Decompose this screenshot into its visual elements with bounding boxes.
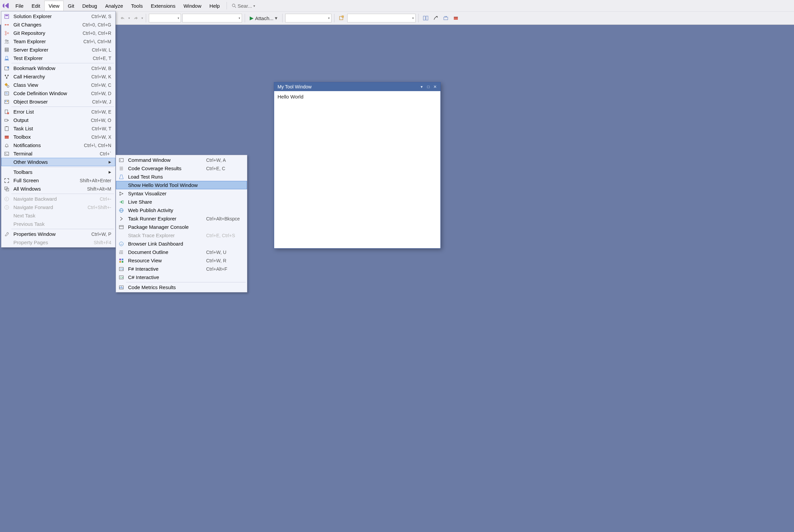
menu-item-full-screen[interactable]: Full ScreenShift+Alt+Enter (1, 176, 115, 185)
menu-item-code-metrics[interactable]: Code Metrics Results (116, 283, 247, 291)
target-combo[interactable]: ▾ (285, 14, 331, 22)
menu-item-class-view[interactable]: Class ViewCtrl+W, C (1, 81, 115, 89)
menu-item-document-outline[interactable]: Document OutlineCtrl+W, U (116, 248, 247, 256)
menu-item-bookmark-window[interactable]: Bookmark WindowCtrl+W, B (1, 64, 115, 72)
menu-item-command-window[interactable]: Command WindowCtrl+W, A (116, 156, 247, 164)
syntax-icon (117, 190, 125, 197)
svg-rect-70 (122, 259, 123, 260)
metrics-icon (117, 284, 125, 291)
menu-item-task-list[interactable]: Task ListCtrl+W, T (1, 124, 115, 133)
menu-debug[interactable]: Debug (78, 1, 101, 11)
svg-point-26 (5, 75, 6, 76)
menu-item-toolbox[interactable]: ToolboxCtrl+W, X (1, 133, 115, 141)
menu-item-server-explorer[interactable]: Server ExplorerCtrl+W, L (1, 45, 115, 54)
search-icon (232, 3, 236, 8)
tool-window: My Tool Window ▾ □ ✕ Hello World (274, 82, 441, 249)
tool-window-titlebar[interactable]: My Tool Window ▾ □ ✕ (274, 82, 440, 91)
new-item-button[interactable] (337, 14, 346, 22)
chevron-down-icon[interactable]: ▾ (128, 16, 130, 20)
redo-button[interactable] (131, 14, 140, 22)
close-button[interactable]: ✕ (432, 83, 438, 90)
menu-item-all-windows[interactable]: All WindowsShift+Alt+M (1, 185, 115, 193)
svg-rect-36 (7, 101, 8, 102)
menu-item-fsharp-interactive[interactable]: F#F# InteractiveCtrl+Alt+F (116, 265, 247, 273)
menu-item-live-share[interactable]: Live Share (116, 198, 247, 206)
git-repo-icon (3, 30, 11, 37)
svg-rect-22 (5, 49, 8, 50)
svg-point-38 (7, 112, 9, 114)
undo-button[interactable] (118, 14, 127, 22)
chevron-down-icon[interactable]: ▾ (142, 16, 143, 20)
search-placeholder: Sear... (238, 3, 252, 9)
menu-edit[interactable]: Edit (27, 1, 44, 11)
svg-point-28 (6, 77, 7, 79)
scope-combo[interactable]: ▾ (347, 14, 416, 22)
chevron-down-icon: ▾ (275, 15, 278, 21)
layout-button[interactable] (421, 14, 430, 22)
outline-icon (117, 249, 125, 255)
svg-rect-7 (445, 16, 445, 17)
svg-point-49 (5, 205, 9, 209)
menu-item-git-changes[interactable]: Git ChangesCtrl+0, Ctrl+G (1, 20, 115, 29)
menu-item-solution-explorer[interactable]: Solution ExplorerCtrl+W, S (1, 12, 115, 20)
chevron-down-icon: ▾ (253, 4, 255, 8)
menu-window[interactable]: Window (179, 1, 205, 11)
package-icon (117, 224, 125, 230)
menu-item-code-definition[interactable]: Code Definition WindowCtrl+W, D (1, 89, 115, 97)
menu-item-browser-link[interactable]: Browser Link Dashboard (116, 240, 247, 248)
output-icon (3, 117, 11, 124)
menu-item-object-browser[interactable]: Object BrowserCtrl+W, J (1, 97, 115, 106)
menu-item-toolbars[interactable]: Toolbars▶ (1, 168, 115, 176)
svg-rect-39 (5, 119, 7, 121)
menu-item-load-test-runs[interactable]: Load Test Runs (116, 173, 247, 181)
menu-help[interactable]: Help (205, 1, 224, 11)
search-box[interactable]: Sear... ▾ (229, 3, 257, 9)
error-list-icon (3, 109, 11, 115)
platform-combo[interactable]: ▾ (182, 14, 242, 22)
menu-git[interactable]: Git (64, 1, 78, 11)
svg-point-68 (119, 253, 120, 254)
menu-file[interactable]: File (12, 1, 27, 11)
menu-item-output[interactable]: OutputCtrl+W, O (1, 116, 115, 124)
chevron-right-icon (117, 215, 125, 222)
menu-item-code-coverage[interactable]: Code Coverage ResultsCtrl+E, C (116, 164, 247, 173)
menu-item-git-repository[interactable]: Git RepositoryCtrl+0, Ctrl+R (1, 29, 115, 37)
menu-item-syntax-visualizer[interactable]: Syntax Visualizer (116, 189, 247, 198)
svg-rect-50 (119, 158, 123, 162)
menu-item-other-windows[interactable]: Other Windows▶ (1, 158, 115, 166)
menu-item-terminal[interactable]: TerminalCtrl+` (1, 149, 115, 158)
configuration-combo[interactable]: ▾ (149, 14, 181, 22)
attach-button[interactable]: ▶ Attach... ▾ (248, 15, 279, 21)
svg-line-1 (235, 6, 236, 8)
menu-item-task-runner[interactable]: Task Runner ExplorerCtrl+Alt+Bkspce (116, 214, 247, 223)
svg-point-16 (5, 31, 6, 33)
extensions-button[interactable] (441, 14, 450, 22)
dropdown-button[interactable]: ▾ (418, 83, 425, 90)
team-icon (3, 38, 11, 45)
menu-analyze[interactable]: Analyze (101, 1, 127, 11)
menu-item-error-list[interactable]: Error ListCtrl+W, E (1, 108, 115, 116)
menu-item-resource-view[interactable]: Resource ViewCtrl+W, R (116, 256, 247, 265)
toolbox-button[interactable] (451, 14, 460, 22)
menu-view[interactable]: View (44, 1, 64, 11)
menu-item-properties-window[interactable]: Properties WindowCtrl+W, P (1, 230, 115, 238)
settings-button[interactable] (431, 14, 440, 22)
menu-item-web-publish[interactable]: Web Publish Activity (116, 206, 247, 214)
all-windows-icon (3, 186, 11, 192)
csharp-icon: C# (117, 274, 125, 281)
menu-item-csharp-interactive[interactable]: C#C# Interactive (116, 273, 247, 281)
menu-item-test-explorer[interactable]: Test ExplorerCtrl+E, T (1, 54, 115, 62)
menu-item-call-hierarchy[interactable]: Call HierarchyCtrl+W, K (1, 72, 115, 81)
svg-rect-45 (5, 152, 9, 155)
menu-tools[interactable]: Tools (127, 1, 147, 11)
menu-item-package-manager[interactable]: Package Manager Console (116, 223, 247, 231)
menu-item-next-task: Next Task (1, 211, 115, 220)
menu-item-team-explorer[interactable]: Team ExplorerCtrl+\, Ctrl+M (1, 37, 115, 45)
menu-item-show-hello-world[interactable]: Show Hello World Tool Window (116, 181, 247, 189)
svg-rect-4 (423, 16, 425, 20)
maximize-button[interactable]: □ (425, 83, 432, 90)
menu-extensions[interactable]: Extensions (147, 1, 179, 11)
menu-item-notifications[interactable]: NotificationsCtrl+\, Ctrl+N (1, 141, 115, 149)
svg-point-48 (5, 197, 9, 201)
browser-link-icon (117, 241, 125, 247)
